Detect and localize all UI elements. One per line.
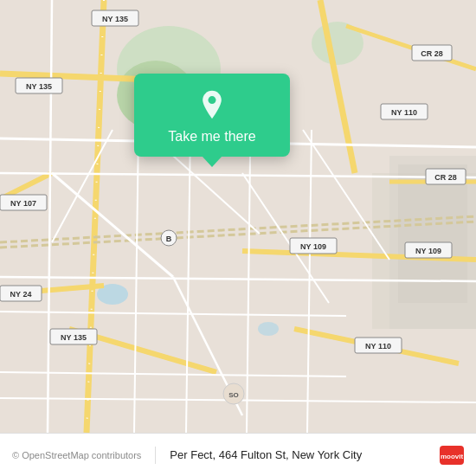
divider xyxy=(155,447,156,464)
svg-text:moovit: moovit xyxy=(441,453,464,460)
svg-point-65 xyxy=(209,96,216,104)
svg-text:NY 109: NY 109 xyxy=(300,242,326,251)
svg-text:NY 135: NY 135 xyxy=(26,82,52,91)
address-text: Per Fect, 464 Fulton St, New York City xyxy=(170,448,433,461)
svg-text:NY 110: NY 110 xyxy=(391,108,417,117)
svg-text:SO: SO xyxy=(228,391,239,399)
bottom-bar: © OpenStreetMap contributors Per Fect, 4… xyxy=(0,433,476,476)
svg-text:NY 107: NY 107 xyxy=(10,199,36,208)
popup-label: Take me there xyxy=(168,129,255,145)
copyright-text: © OpenStreetMap contributors xyxy=(12,450,141,460)
moovit-logo: moovit xyxy=(440,446,464,465)
svg-text:NY 135: NY 135 xyxy=(102,15,128,23)
svg-text:CR 28: CR 28 xyxy=(421,49,443,58)
svg-text:NY 24: NY 24 xyxy=(10,290,32,299)
popup-card[interactable]: Take me there xyxy=(134,74,290,157)
svg-text:NY 135: NY 135 xyxy=(61,333,87,342)
svg-text:CR 28: CR 28 xyxy=(434,173,457,182)
map-container[interactable]: NY 135 NY 135 NY 110 NY 107 NY 24 NY 135… xyxy=(0,0,476,433)
svg-text:B: B xyxy=(166,235,172,243)
svg-point-8 xyxy=(258,322,279,336)
svg-text:NY 110: NY 110 xyxy=(365,342,391,351)
svg-text:NY 109: NY 109 xyxy=(415,247,441,255)
moovit-logo-icon: moovit xyxy=(440,446,464,465)
map-svg: NY 135 NY 135 NY 110 NY 107 NY 24 NY 135… xyxy=(0,0,476,433)
location-pin-icon xyxy=(196,89,228,120)
